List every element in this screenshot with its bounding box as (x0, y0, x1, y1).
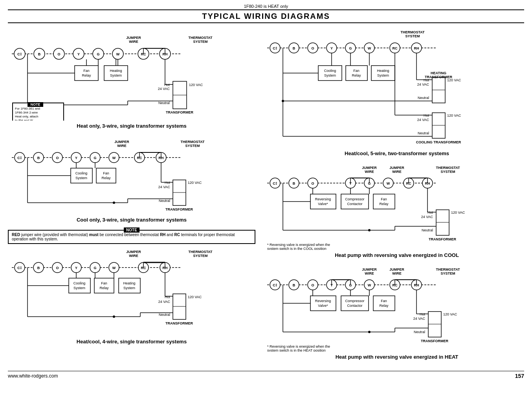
svg-rect-241 (341, 194, 369, 209)
svg-rect-129 (94, 278, 114, 293)
svg-rect-24 (75, 66, 98, 81)
svg-text:Compressor: Compressor (345, 197, 364, 201)
svg-text:JUMPER: JUMPER (126, 250, 141, 254)
note-label-4wire: NOTE (124, 227, 139, 233)
svg-point-322 (368, 331, 371, 333)
svg-text:G: G (97, 52, 99, 56)
svg-text:WIRE: WIRE (129, 254, 138, 258)
heat-pump-heat-caption: Heat pump with reversing valve energized… (263, 354, 530, 360)
svg-text:W: W (368, 46, 371, 50)
svg-text:24 VAC: 24 VAC (413, 317, 426, 321)
svg-text:TRANSFORMER: TRANSFORMER (165, 207, 193, 211)
svg-text:Cooling: Cooling (324, 69, 336, 73)
svg-text:System: System (73, 286, 85, 290)
svg-text:Reversing: Reversing (315, 299, 331, 303)
svg-text:HEATING: HEATING (431, 71, 446, 75)
svg-text:O: O (311, 46, 314, 50)
main-title: TYPICAL WIRING DIAGRAMS (8, 9, 524, 23)
svg-text:SYSTEM: SYSTEM (405, 34, 420, 38)
heat-only-svg: JUMPER WIRE THERMOSTAT SYSTEM C‡ B (8, 26, 255, 121)
page: 1F80-240 is HEAT only TYPICAL WIRING DIA… (0, 0, 532, 407)
diagram-heat-only: JUMPER WIRE THERMOSTAT SYSTEM C‡ B (8, 26, 255, 129)
svg-text:Fan: Fan (381, 197, 387, 201)
top-note: 1F80-240 is HEAT only (8, 4, 524, 9)
svg-text:O: O (56, 156, 59, 160)
svg-text:O: O (57, 52, 60, 56)
svg-text:Y: Y (330, 46, 333, 50)
svg-text:W: W (368, 283, 371, 287)
diagram-heat-cool-5wire: THERMOSTAT SYSTEM C‡ B O Y G W (263, 26, 530, 156)
svg-text:Hot: Hot (165, 181, 171, 185)
svg-text:Neutral: Neutral (422, 228, 433, 232)
svg-text:B: B (293, 182, 295, 185)
svg-text:* Reversing valve is energized: * Reversing valve is energized when the (267, 243, 330, 247)
svg-text:NOTE: NOTE (30, 103, 40, 106)
svg-text:120 VAC: 120 VAC (451, 211, 465, 214)
svg-text:Relay: Relay (379, 202, 389, 206)
svg-text:Heating: Heating (123, 281, 135, 285)
svg-text:C‡: C‡ (17, 266, 22, 270)
svg-text:W: W (112, 156, 116, 160)
svg-text:B: B (37, 156, 40, 160)
svg-text:JUMPER: JUMPER (362, 268, 377, 271)
svg-text:120 VAC: 120 VAC (447, 114, 461, 117)
note-text-4wire: RED jumper wire (provided with thermosta… (12, 233, 235, 241)
heat-pump-cool-svg: JUMPER WIRE JUMPER WIRE THERMOSTAT SYSTE… (263, 163, 530, 250)
svg-text:System: System (123, 286, 135, 290)
cool-only-svg: JUMPER WIRE THERMOSTAT SYSTEM C‡ B O Y G (8, 136, 255, 214)
svg-text:Heat only,  attach: Heat only, attach (15, 115, 38, 118)
diagram-heat-cool-4wire: NOTE RED jumper wire (provided with ther… (8, 230, 255, 345)
svg-text:For 1F80-361 and: For 1F80-361 and (15, 107, 40, 110)
svg-text:120 VAC: 120 VAC (188, 295, 202, 299)
svg-text:Fan: Fan (353, 69, 360, 73)
svg-rect-238 (310, 194, 336, 209)
svg-text:24 VAC: 24 VAC (158, 185, 171, 189)
svg-text:WIRE: WIRE (117, 144, 127, 148)
svg-text:System: System (75, 176, 87, 180)
svg-text:JUMPER: JUMPER (389, 166, 404, 170)
footer: www.white-rodgers.com 157 (8, 371, 524, 379)
svg-text:Hot: Hot (420, 312, 426, 316)
svg-text:SYSTEM: SYSTEM (440, 271, 455, 275)
svg-rect-299 (341, 296, 369, 311)
svg-text:24 VAC: 24 VAC (417, 118, 429, 122)
svg-text:RH: RH (414, 46, 419, 50)
svg-text:Compressor: Compressor (345, 299, 364, 303)
svg-text:Neutral: Neutral (414, 330, 425, 334)
svg-text:THERMOSTAT: THERMOSTAT (180, 140, 205, 144)
svg-text:C‡: C‡ (17, 52, 22, 56)
svg-text:THERMOSTAT: THERMOSTAT (400, 30, 425, 34)
svg-text:RC: RC (393, 46, 398, 50)
svg-text:SYSTEM: SYSTEM (193, 254, 207, 258)
svg-text:THERMOSTAT: THERMOSTAT (188, 36, 213, 40)
svg-text:Valve*: Valve* (318, 202, 328, 206)
svg-text:Neutral: Neutral (159, 313, 170, 317)
heat-only-caption: Heat only, 3-wire, single transformer sy… (8, 123, 255, 129)
svg-text:Hot: Hot (427, 211, 433, 214)
svg-text:G: G (349, 46, 352, 50)
left-column: JUMPER WIRE THERMOSTAT SYSTEM C‡ B (8, 26, 255, 367)
svg-text:G: G (94, 266, 96, 270)
svg-text:JUMPER: JUMPER (362, 166, 377, 170)
svg-text:WIRE: WIRE (392, 170, 402, 174)
svg-text:System: System (377, 73, 389, 77)
svg-text:24 VAC: 24 VAC (158, 300, 171, 304)
svg-text:Hot: Hot (424, 114, 429, 117)
svg-rect-82 (96, 168, 116, 183)
svg-text:SYSTEM: SYSTEM (193, 40, 207, 44)
svg-text:Relay: Relay (379, 304, 389, 308)
svg-text:System: System (324, 73, 336, 77)
svg-text:Cooling: Cooling (75, 171, 88, 175)
svg-text:120 VAC: 120 VAC (188, 181, 202, 185)
svg-text:24 VAC: 24 VAC (421, 215, 433, 219)
content-area: JUMPER WIRE THERMOSTAT SYSTEM C‡ B (8, 26, 524, 367)
svg-point-208 (282, 100, 284, 102)
svg-text:Neutral: Neutral (159, 199, 170, 203)
svg-text:TRANSFORMER: TRANSFORMER (429, 237, 456, 241)
svg-text:G: G (94, 156, 96, 160)
svg-text:Relay: Relay (352, 73, 361, 77)
svg-text:120 VAC: 120 VAC (443, 312, 457, 316)
svg-text:Relay: Relay (82, 73, 91, 77)
right-column: THERMOSTAT SYSTEM C‡ B O Y G W (263, 26, 530, 367)
svg-text:COOLING TRANSFORMER: COOLING TRANSFORMER (416, 140, 461, 144)
